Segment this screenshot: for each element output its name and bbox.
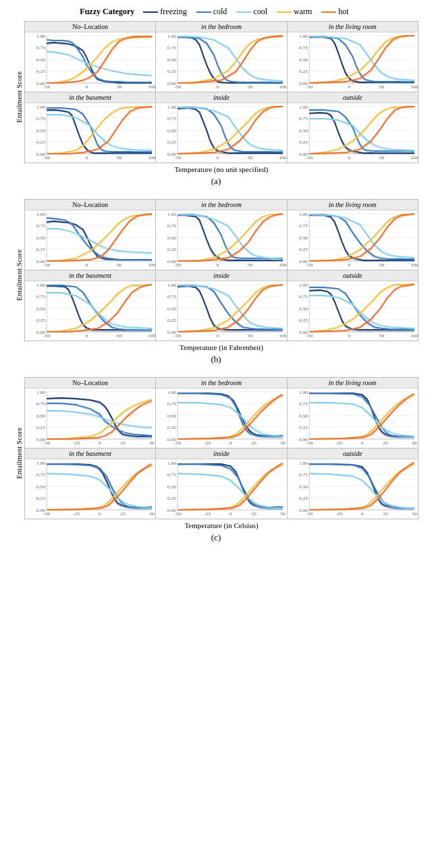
panel-grid-c: No–Location 1.00 0.75 xyxy=(24,377,418,519)
svg-text:-50: -50 xyxy=(43,155,50,161)
svg-text:1.00: 1.00 xyxy=(299,283,308,288)
svg-text:1.00: 1.00 xyxy=(167,105,177,110)
svg-text:0.50: 0.50 xyxy=(36,413,46,419)
panel-body-b-no-location: 1.00 0.75 0.50 0.25 0.00 -50 0 50 100 xyxy=(25,210,155,270)
svg-text:100: 100 xyxy=(148,84,155,90)
svg-text:0.25: 0.25 xyxy=(167,496,177,501)
panel-body-c-inside: 1.00 0.75 0.50 0.25 0.00 -50 -25 0 25 50 xyxy=(156,459,286,519)
svg-text:0.75: 0.75 xyxy=(167,401,177,407)
svg-text:0: 0 xyxy=(348,262,350,268)
svg-text:0.25: 0.25 xyxy=(299,425,308,430)
panel-header-b-no-location: No–Location xyxy=(25,200,155,210)
svg-text:0.75: 0.75 xyxy=(167,472,177,478)
panel-body-b-bedroom: 1.00 0.75 0.50 0.25 0.00 -50 0 50 100 xyxy=(156,210,286,270)
svg-text:50: 50 xyxy=(248,155,253,161)
y-axis-label-c: Entailment Score xyxy=(14,377,24,529)
svg-text:0.25: 0.25 xyxy=(299,318,308,323)
svg-text:1.00: 1.00 xyxy=(299,461,308,466)
svg-text:0.25: 0.25 xyxy=(299,140,308,145)
svg-text:1.00: 1.00 xyxy=(167,390,177,395)
section-a: Entailment Score No–Location xyxy=(14,21,418,194)
panel-b-inside: inside 1.00 0.75 xyxy=(156,270,287,341)
legend-item-freezing: freezing xyxy=(143,7,186,17)
svg-text:25: 25 xyxy=(252,511,257,517)
svg-text:0: 0 xyxy=(360,440,363,446)
svg-text:0.25: 0.25 xyxy=(36,425,46,430)
panel-c-inside: inside 1.00 0.75 xyxy=(156,449,287,519)
svg-text:1.00: 1.00 xyxy=(167,283,177,288)
svg-text:1.00: 1.00 xyxy=(36,461,46,466)
panel-a-bedroom: in the bedroom 1.00 0 xyxy=(156,22,287,92)
panel-a-no-location: No–Location xyxy=(25,22,156,92)
svg-text:0.75: 0.75 xyxy=(299,294,308,299)
svg-text:1.00: 1.00 xyxy=(299,212,308,217)
svg-text:-50: -50 xyxy=(175,511,182,517)
svg-text:-25: -25 xyxy=(205,511,211,517)
svg-text:0.50: 0.50 xyxy=(167,235,177,241)
svg-text:-50: -50 xyxy=(175,262,182,268)
svg-text:0.50: 0.50 xyxy=(36,128,46,134)
svg-text:0.75: 0.75 xyxy=(167,294,177,299)
svg-text:-50: -50 xyxy=(306,440,313,446)
svg-text:0.25: 0.25 xyxy=(167,140,177,145)
y-axis-label-b: Entailment Score xyxy=(14,199,24,351)
svg-text:0.75: 0.75 xyxy=(36,472,46,478)
svg-text:-25: -25 xyxy=(335,511,342,517)
svg-text:0: 0 xyxy=(217,155,219,161)
svg-text:-50: -50 xyxy=(175,84,182,90)
svg-text:0.50: 0.50 xyxy=(299,57,308,63)
svg-text:0.25: 0.25 xyxy=(167,247,177,252)
svg-text:0.25: 0.25 xyxy=(299,496,308,501)
panel-body-a-living-room: 1.00 0.75 0.50 0.25 0.00 -50 0 50 100 xyxy=(288,32,418,92)
x-axis-label-c: Temperature (in Celsius) xyxy=(24,521,418,529)
panel-body-a-inside: 1.00 0.75 0.50 0.25 0.00 -50 0 50 100 xyxy=(156,103,286,163)
legend: Fuzzy Category freezing cold cool warm h… xyxy=(14,7,418,17)
svg-text:50: 50 xyxy=(412,511,417,517)
svg-text:50: 50 xyxy=(379,333,385,339)
svg-text:0.50: 0.50 xyxy=(299,128,308,134)
panel-body-b-basement: 1.00 0.75 0.50 0.25 0.00 -50 0 50 100 xyxy=(25,281,155,341)
svg-text:-50: -50 xyxy=(306,333,313,339)
svg-text:100: 100 xyxy=(148,333,155,339)
svg-text:0.75: 0.75 xyxy=(299,45,308,51)
panel-body-a-outside: 1.00 0.75 0.50 0.25 0.00 -50 0 50 100 xyxy=(288,103,418,163)
svg-text:50: 50 xyxy=(379,84,385,90)
svg-text:0: 0 xyxy=(348,333,350,339)
svg-text:0.75: 0.75 xyxy=(36,401,46,407)
svg-text:50: 50 xyxy=(149,440,155,446)
section-label-a: (a) xyxy=(14,176,418,187)
svg-text:50: 50 xyxy=(149,511,155,517)
svg-text:0.25: 0.25 xyxy=(36,69,46,74)
svg-text:1.00: 1.00 xyxy=(167,34,177,39)
svg-text:0.25: 0.25 xyxy=(36,140,46,145)
svg-text:50: 50 xyxy=(248,84,253,90)
svg-text:0: 0 xyxy=(85,155,88,161)
x-axis-label-b: Temperature (in Fahrenheit) xyxy=(24,343,418,351)
panel-a-inside: inside 1.00 0.75 xyxy=(156,92,287,163)
panel-b-living-room: in the living room 1.00 xyxy=(288,200,418,270)
svg-text:0.75: 0.75 xyxy=(299,401,308,407)
svg-text:50: 50 xyxy=(281,511,286,517)
svg-text:0.75: 0.75 xyxy=(167,116,177,121)
panel-a-living-room: in the living room 1.00 xyxy=(288,22,418,92)
svg-text:0.25: 0.25 xyxy=(36,318,46,323)
svg-text:100: 100 xyxy=(410,333,418,339)
svg-text:0: 0 xyxy=(348,155,350,161)
panel-header-b-bedroom: in the bedroom xyxy=(156,200,286,210)
svg-text:100: 100 xyxy=(410,262,418,268)
panel-header-c-basement: in the basement xyxy=(25,449,155,459)
svg-text:0.50: 0.50 xyxy=(299,306,308,312)
svg-text:1.00: 1.00 xyxy=(299,105,308,110)
svg-text:100: 100 xyxy=(410,155,418,161)
svg-text:0: 0 xyxy=(85,84,88,90)
panel-grid-b: No–Location 1.00 0.75 xyxy=(24,199,418,341)
y-axis-label-a: Entailment Score xyxy=(14,21,24,173)
svg-text:0.50: 0.50 xyxy=(299,413,308,419)
panel-header-a-no-location: No–Location xyxy=(25,22,155,32)
panel-body-b-living-room: 1.00 0.75 0.50 0.25 0.00 -50 0 50 100 xyxy=(288,210,418,270)
svg-text:0.50: 0.50 xyxy=(299,484,308,490)
panel-b-bedroom: in the bedroom 1.00 0 xyxy=(156,200,287,270)
panel-header-c-living-room: in the living room xyxy=(288,378,418,388)
panel-body-a-no-location: 1.00 0.75 0.50 0.25 0.00 -50 0 50 100 xyxy=(25,32,155,92)
panel-c-outside: outside 1.00 0.75 xyxy=(288,449,418,519)
